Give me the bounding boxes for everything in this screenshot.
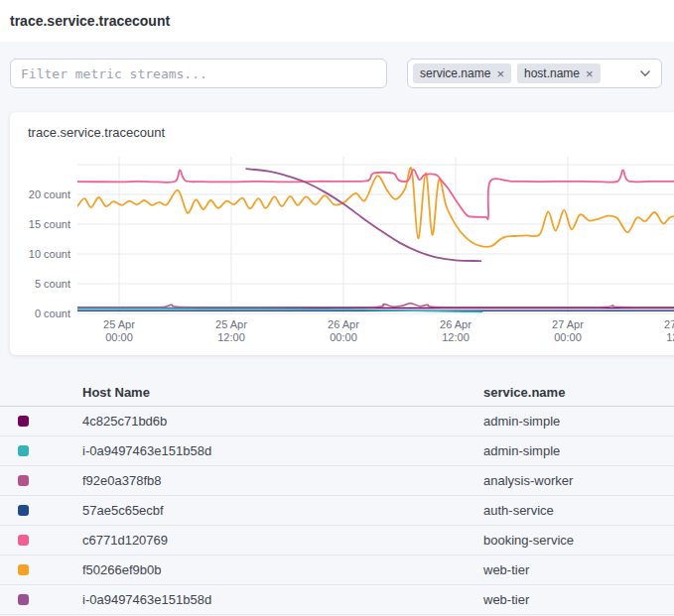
series-color-cell <box>0 416 82 427</box>
host-name-column-header: Host Name <box>82 385 483 400</box>
series-line: f92e0a378fb8 / analysis-worker <box>77 304 674 308</box>
svg-text:25 Apr: 25 Apr <box>215 318 247 330</box>
host-name-cell: 57ae5c65ecbf <box>82 503 483 518</box>
service-name-cell: admin-simple <box>483 443 674 458</box>
host-name-cell: 4c825c71bd6b <box>82 414 483 429</box>
y-axis-labels: 0 count5 count10 count15 count20 count <box>29 188 70 319</box>
page-header: trace.service.tracecount <box>0 0 674 42</box>
svg-text:10 count: 10 count <box>29 248 70 260</box>
chevron-down-icon[interactable] <box>639 67 651 79</box>
svg-text:5 count: 5 count <box>35 278 70 290</box>
groupby-tag-host-name[interactable]: host.name × <box>517 63 601 83</box>
remove-tag-icon[interactable]: × <box>496 67 504 80</box>
series-color-cell <box>0 564 82 575</box>
remove-tag-icon[interactable]: × <box>586 67 594 80</box>
svg-text:25 Apr: 25 Apr <box>103 318 135 330</box>
series-color-dot <box>18 475 29 486</box>
table-row: f50266ef9b0bweb-tier <box>0 555 674 585</box>
svg-text:27 Apr: 27 Apr <box>664 318 674 330</box>
table-row: 57ae5c65ecbfauth-service <box>0 496 674 526</box>
series-color-cell <box>0 505 82 516</box>
svg-text:12:00: 12:00 <box>666 331 674 343</box>
legend-table: Host Name service.name 4c825c71bd6badmin… <box>0 379 674 615</box>
service-name-column-header: service.name <box>483 385 674 400</box>
svg-text:15 count: 15 count <box>29 218 70 230</box>
series-color-dot <box>18 564 29 575</box>
groupby-select[interactable]: service.name × host.name × <box>407 59 662 88</box>
host-name-cell: i-0a9497463e151b58d <box>82 592 483 607</box>
service-name-cell: admin-simple <box>483 414 674 429</box>
service-name-cell: booking-service <box>483 533 674 548</box>
series-color-dot <box>18 535 29 546</box>
host-name-cell: f92e0a378fb8 <box>82 473 483 488</box>
service-name-cell: web-tier <box>483 562 674 577</box>
series-color-dot <box>18 445 29 456</box>
series-color-cell <box>0 594 82 605</box>
table-row: i-0a9497463e151b58dadmin-simple <box>0 436 674 466</box>
service-name-cell: auth-service <box>483 503 674 518</box>
table-row: f92e0a378fb8analysis-worker <box>0 466 674 496</box>
svg-text:26 Apr: 26 Apr <box>328 318 359 330</box>
table-row: i-0a9497463e151b58dweb-tier <box>0 585 674 615</box>
search-input[interactable] <box>10 59 387 88</box>
series-color-dot <box>18 505 29 516</box>
svg-text:27 Apr: 27 Apr <box>552 318 584 330</box>
svg-text:26 Apr: 26 Apr <box>440 318 472 330</box>
toolbar: service.name × host.name × <box>0 42 674 88</box>
page-title: trace.service.tracecount <box>10 13 170 29</box>
host-name-cell: i-0a9497463e151b58d <box>82 443 483 458</box>
groupby-tag-service-name[interactable]: service.name × <box>413 63 511 83</box>
svg-text:12:00: 12:00 <box>442 331 470 343</box>
series-color-cell <box>0 445 82 456</box>
chart-gridlines <box>77 157 674 314</box>
table-row: 4c825c71bd6badmin-simple <box>0 407 674 436</box>
metric-chart-card: trace.service.tracecount 0 count5 count1… <box>10 112 674 355</box>
service-name-cell: analysis-worker <box>483 473 674 488</box>
svg-text:20 count: 20 count <box>29 188 70 200</box>
host-name-cell: c6771d120769 <box>82 533 483 548</box>
host-name-cell: f50266ef9b0b <box>82 562 483 577</box>
series-color-dot <box>18 594 29 605</box>
metric-chart[interactable]: 0 count5 count10 count15 count20 count25… <box>10 112 674 355</box>
svg-text:00:00: 00:00 <box>330 331 357 343</box>
x-axis-labels: 25 Apr00:0025 Apr12:0026 Apr00:0026 Apr1… <box>103 318 674 343</box>
groupby-tag-label: host.name <box>524 66 580 80</box>
table-body: 4c825c71bd6badmin-simplei-0a9497463e151b… <box>0 407 674 615</box>
series-color-cell <box>0 535 82 546</box>
series-color-dot <box>18 416 29 427</box>
table-row: c6771d120769booking-service <box>0 526 674 555</box>
series-line: f50266ef9b0b / web-tier <box>77 168 674 247</box>
service-name-cell: web-tier <box>483 592 674 607</box>
series-color-cell <box>0 475 82 486</box>
svg-text:0 count: 0 count <box>35 308 70 319</box>
table-header-row: Host Name service.name <box>0 379 674 407</box>
svg-text:00:00: 00:00 <box>554 331 582 343</box>
svg-text:12:00: 12:00 <box>217 331 245 343</box>
svg-text:00:00: 00:00 <box>105 331 133 343</box>
groupby-tag-label: service.name <box>420 66 490 80</box>
